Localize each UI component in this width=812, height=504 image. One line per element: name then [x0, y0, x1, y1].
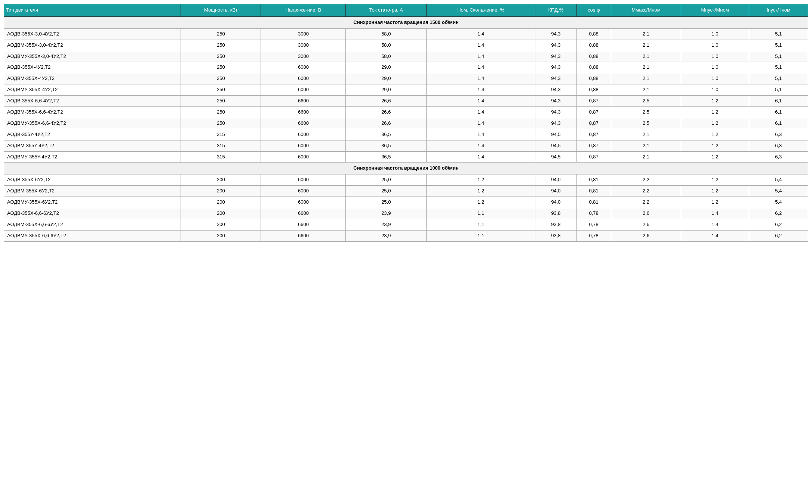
cell-type: АОДВМ-355Х-3,0-4У2,Т2	[4, 40, 181, 51]
cell-efficiency: 93,8	[535, 219, 576, 230]
cell-type: АОДВ-355Х-6,6-6У2,Т2	[4, 208, 181, 219]
table-row: АОДВМ-355Х-6,6-6У2,Т2200660023,91,193,80…	[4, 219, 808, 230]
cell-voltage: 3000	[261, 28, 346, 40]
cell-efficiency: 94,3	[535, 107, 576, 118]
cell-current: 25,0	[346, 186, 427, 197]
cell-mmax: 2,5	[611, 96, 681, 107]
cell-current: 23,9	[346, 219, 427, 230]
cell-cos: 0,88	[576, 84, 611, 96]
cell-mmax: 2,2	[611, 174, 681, 186]
cell-istart: 6,1	[749, 118, 808, 129]
cell-istart: 5,4	[749, 197, 808, 208]
cell-slip: 1,4	[427, 118, 535, 129]
cell-type: АОДВ-355Х-4У2,Т2	[4, 62, 181, 73]
cell-mmax: 2,1	[611, 140, 681, 151]
cell-voltage: 6000	[261, 62, 346, 73]
cell-mmax: 2,6	[611, 219, 681, 230]
cell-cos: 0,88	[576, 51, 611, 62]
cell-mmax: 2,1	[611, 28, 681, 40]
cell-istart: 6,3	[749, 140, 808, 151]
cell-mstart: 1,0	[681, 28, 749, 40]
cell-mstart: 1,2	[681, 107, 749, 118]
cell-istart: 5,1	[749, 28, 808, 40]
cell-mmax: 2,6	[611, 230, 681, 241]
cell-cos: 0,81	[576, 197, 611, 208]
header-efficiency: КПД,%	[535, 4, 576, 17]
cell-cos: 0,88	[576, 73, 611, 84]
table-row: АОДВМ-355Х-3,0-4У2,Т2250300058,01,494,30…	[4, 40, 808, 51]
cell-type: АОДВМ-355Х-6У2,Т2	[4, 186, 181, 197]
table-row: АОДВМУ-355Х-6,6-6У2,Т2200660023,91,193,8…	[4, 230, 808, 241]
cell-mstart: 1,2	[681, 174, 749, 186]
cell-mstart: 1,0	[681, 84, 749, 96]
cell-mmax: 2,1	[611, 73, 681, 84]
table-header-row: Тип двигателя Мощность, кВт Напряже-ние,…	[4, 4, 808, 17]
cell-istart: 5,4	[749, 186, 808, 197]
cell-power: 200	[181, 186, 261, 197]
cell-voltage: 6600	[261, 107, 346, 118]
table-row: АОДВМУ-355Х-4У2,Т2250600029,01,494,30,88…	[4, 84, 808, 96]
cell-efficiency: 94,3	[535, 28, 576, 40]
cell-power: 200	[181, 230, 261, 241]
table-row: АОДВ-355Х-6,6-6У2,Т2200660023,91,193,80,…	[4, 208, 808, 219]
cell-slip: 1,2	[427, 197, 535, 208]
cell-istart: 6,1	[749, 96, 808, 107]
header-istart: Iпуск/ Iном	[749, 4, 808, 17]
cell-efficiency: 94,0	[535, 186, 576, 197]
table-row: АОДВМ-355Х-6У2,Т2200600025,01,294,00,812…	[4, 186, 808, 197]
cell-mmax: 2,1	[611, 151, 681, 163]
cell-type: АОДВМУ-355Х-6,6-4У2,Т2	[4, 118, 181, 129]
table-row: АОДВ-355Х-3,0-4У2,Т2250300058,01,494,30,…	[4, 28, 808, 40]
cell-voltage: 3000	[261, 51, 346, 62]
cell-mmax: 2,1	[611, 40, 681, 51]
section-header-row: Синхронная частота вращения 1000 об/мин	[4, 163, 808, 174]
cell-current: 36,5	[346, 140, 427, 151]
table-row: АОДВМУ-355Х-6У2,Т2200600025,01,294,00,81…	[4, 197, 808, 208]
cell-slip: 1,4	[427, 151, 535, 163]
cell-slip: 1,4	[427, 96, 535, 107]
header-type: Тип двигателя	[4, 4, 181, 17]
cell-mmax: 2,5	[611, 118, 681, 129]
table-row: АОДВМУ-355Х-3,0-4У2,Т2250300058,01,494,3…	[4, 51, 808, 62]
motor-specs-table: Тип двигателя Мощность, кВт Напряже-ние,…	[4, 4, 808, 242]
header-current: Ток стато-ра, А	[346, 4, 427, 17]
cell-power: 200	[181, 219, 261, 230]
cell-mstart: 1,2	[681, 186, 749, 197]
cell-cos: 0,87	[576, 118, 611, 129]
cell-voltage: 6600	[261, 219, 346, 230]
cell-power: 250	[181, 96, 261, 107]
cell-mstart: 1,2	[681, 151, 749, 163]
cell-mmax: 2,6	[611, 208, 681, 219]
cell-slip: 1,4	[427, 129, 535, 140]
cell-power: 315	[181, 129, 261, 140]
cell-efficiency: 94,3	[535, 62, 576, 73]
cell-voltage: 3000	[261, 40, 346, 51]
cell-cos: 0,81	[576, 174, 611, 186]
cell-current: 23,9	[346, 208, 427, 219]
cell-current: 58,0	[346, 28, 427, 40]
cell-mmax: 2,1	[611, 84, 681, 96]
cell-cos: 0,88	[576, 40, 611, 51]
table-row: АОДВМ-355Х-6,6-4У2,Т2250660026,61,494,30…	[4, 107, 808, 118]
cell-power: 250	[181, 28, 261, 40]
cell-current: 29,0	[346, 73, 427, 84]
header-power: Мощность, кВт	[181, 4, 261, 17]
cell-current: 25,0	[346, 174, 427, 186]
table-row: АОДВ-355Х-4У2,Т2250600029,01,494,30,882,…	[4, 62, 808, 73]
cell-voltage: 6600	[261, 96, 346, 107]
cell-mmax: 2,2	[611, 197, 681, 208]
cell-mmax: 2,5	[611, 107, 681, 118]
cell-mmax: 2,2	[611, 186, 681, 197]
cell-voltage: 6000	[261, 73, 346, 84]
cell-slip: 1,1	[427, 219, 535, 230]
cell-cos: 0,87	[576, 140, 611, 151]
cell-type: АОДВМ-355Х-6,6-6У2,Т2	[4, 219, 181, 230]
cell-mstart: 1,0	[681, 62, 749, 73]
cell-istart: 5,1	[749, 51, 808, 62]
cell-cos: 0,88	[576, 28, 611, 40]
cell-voltage: 6000	[261, 84, 346, 96]
cell-mstart: 1,0	[681, 73, 749, 84]
cell-istart: 5,1	[749, 84, 808, 96]
cell-power: 250	[181, 51, 261, 62]
cell-current: 29,0	[346, 62, 427, 73]
